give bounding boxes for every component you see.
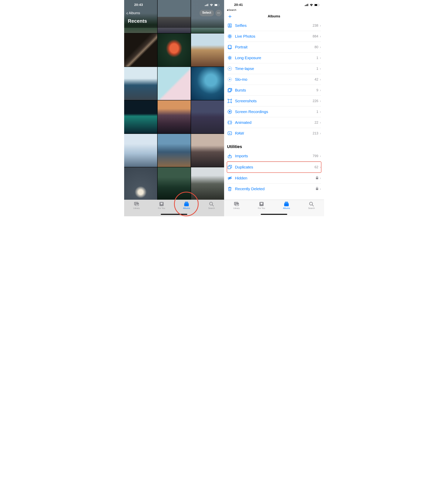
chevron-right-icon: › (320, 56, 321, 60)
right-phone-albums: 20:41 ◀ Search ＋ Albums Selfies238›Live … (224, 0, 324, 216)
svg-rect-17 (306, 5, 306, 6)
recording-icon (227, 109, 232, 114)
svg-rect-0 (205, 5, 205, 6)
album-row-imports[interactable]: Imports799› (227, 151, 321, 162)
photo-thumbnail[interactable] (158, 67, 191, 100)
svg-line-55 (228, 176, 232, 180)
select-button[interactable]: Select (200, 10, 214, 16)
row-label: Bursts (235, 88, 317, 92)
svg-rect-2 (207, 4, 207, 6)
album-row-longexp[interactable]: Long Exposure1› (227, 53, 321, 63)
chevron-right-icon: › (320, 24, 321, 28)
svg-point-41 (229, 68, 230, 69)
photo-thumbnail[interactable] (191, 134, 224, 167)
media-types-list: Selfies238›Live Photos884›Portrait80›Lon… (224, 20, 324, 139)
back-button[interactable]: ‹ Albums (126, 11, 140, 16)
tab-library[interactable]: Library (224, 201, 249, 209)
breadcrumb-back[interactable]: ◀ Search (224, 8, 324, 12)
photo-thumbnail[interactable] (191, 100, 224, 133)
album-row-timelapse[interactable]: Time-lapse1› (227, 63, 321, 74)
album-row-screenshot[interactable]: Screenshots226› (227, 96, 321, 107)
slomo-icon (227, 77, 232, 82)
photo-thumbnail[interactable] (124, 100, 157, 133)
svg-rect-5 (215, 4, 217, 6)
svg-point-48 (229, 111, 231, 113)
chevron-right-icon: › (320, 45, 321, 49)
home-indicator[interactable] (261, 214, 287, 215)
album-row-duplicates[interactable]: Duplicates62› (227, 162, 321, 173)
svg-rect-53 (228, 166, 231, 169)
photo-thumbnail[interactable] (124, 167, 157, 200)
wifi-icon (310, 4, 313, 6)
row-label: Duplicates (235, 165, 315, 169)
tab-search[interactable]: Search (199, 201, 224, 209)
album-row-slomo[interactable]: Slo-mo42› (227, 74, 321, 85)
chevron-right-icon: › (320, 67, 321, 71)
chevron-right-icon: › (320, 176, 321, 180)
row-count: 80 (314, 45, 318, 49)
lock-icon (316, 176, 318, 180)
svg-rect-59 (316, 188, 318, 190)
album-row-portrait[interactable]: Portrait80› (227, 42, 321, 53)
status-bar: 20:41 (224, 0, 324, 8)
tab-albums[interactable]: Albums (274, 201, 299, 209)
album-row-bursts[interactable]: Bursts9› (227, 85, 321, 96)
photo-thumbnail[interactable] (158, 134, 191, 167)
left-phone-recents: 20:43 ‹ Albums Select ··· Recents Librar… (124, 0, 224, 216)
row-label: RAW (235, 131, 313, 136)
cellular-icon (205, 4, 208, 6)
chevron-right-icon: › (320, 131, 321, 135)
photo-thumbnail[interactable] (124, 33, 157, 66)
photo-thumbnail[interactable] (191, 67, 224, 100)
album-row-recording[interactable]: Screen Recordings1› (227, 107, 321, 117)
back-label: Albums (129, 11, 140, 15)
album-row-animated[interactable]: Animated22› (227, 117, 321, 128)
tab-library[interactable]: Library (124, 201, 149, 209)
svg-rect-56 (316, 178, 318, 179)
chevron-right-icon: › (320, 88, 321, 92)
tab-foryou[interactable]: For You (249, 201, 274, 209)
row-label: Screenshots (235, 99, 313, 103)
row-count: 1 (316, 67, 318, 71)
chevron-right-icon: › (320, 34, 321, 38)
tab-search[interactable]: Search (299, 201, 324, 209)
row-label: Screen Recordings (235, 109, 317, 114)
row-count: 238 (312, 24, 318, 28)
tab-foryou[interactable]: For You (149, 201, 174, 209)
foryou-icon (159, 201, 164, 207)
row-label: Slo-mo (235, 77, 315, 82)
photo-thumbnail[interactable] (158, 100, 191, 133)
chevron-left-icon: ‹ (126, 11, 128, 16)
photo-thumbnail[interactable] (191, 167, 224, 200)
album-row-selfies[interactable]: Selfies238› (227, 20, 321, 31)
svg-point-62 (236, 204, 236, 204)
photo-thumbnail[interactable] (124, 134, 157, 167)
photo-thumbnail[interactable] (158, 33, 191, 66)
chevron-right-icon: › (320, 78, 321, 82)
album-row-raw[interactable]: RRAW213› (227, 128, 321, 139)
album-row-trash[interactable]: Recently Deleted› (227, 184, 321, 194)
svg-rect-3 (208, 4, 208, 6)
svg-line-68 (312, 205, 313, 206)
battery-icon (214, 4, 220, 6)
more-button[interactable]: ··· (216, 10, 222, 16)
trash-icon (227, 186, 232, 191)
row-label: Time-lapse (235, 66, 317, 71)
album-row-live[interactable]: Live Photos884› (227, 31, 321, 42)
album-row-hidden[interactable]: Hidden› (227, 173, 321, 184)
wifi-icon (210, 4, 213, 6)
svg-rect-18 (307, 4, 307, 6)
svg-point-31 (228, 57, 231, 59)
row-count: 799 (312, 154, 318, 158)
cellular-icon (305, 4, 309, 6)
photo-thumbnail[interactable] (124, 67, 157, 100)
hidden-icon (227, 175, 232, 181)
row-label: Imports (235, 154, 313, 158)
library-icon (134, 201, 139, 207)
row-count: 226 (312, 99, 318, 103)
row-count: 213 (312, 131, 318, 135)
row-count: 62 (314, 165, 318, 169)
photo-thumbnail[interactable] (191, 33, 224, 66)
svg-rect-19 (308, 4, 308, 6)
svg-line-37 (231, 59, 232, 59)
